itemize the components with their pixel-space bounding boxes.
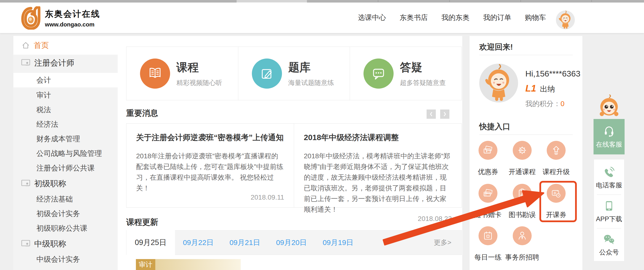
news-item-body: 2018年注册会计师逆袭班“密卷模考”直播课程的配套试卷已陆续上传，您可在“题库… [136, 151, 284, 193]
upgrade-icon [547, 141, 566, 160]
online-service-label: 在线客服 [596, 140, 622, 149]
feature-card-question-bank[interactable]: 题库 海量试题随意练 [238, 47, 350, 100]
user-avatar[interactable] [556, 11, 575, 29]
edit-icon [252, 59, 282, 89]
wechat-account-label: 公众号 [599, 248, 619, 257]
feature-subtitle: 超多答疑随意查 [400, 78, 446, 87]
sidebar-item-accounting[interactable]: 会计 [13, 73, 118, 87]
feature-title: 题库 [288, 60, 334, 75]
subject-badge: 审计 [136, 259, 155, 270]
main-content: 首页 注册会计师 会计 审计 税法 经济法 财务成本管理 公司战略与风险管理 注… [13, 36, 462, 270]
quick-entry-coupon[interactable]: ¥ 优惠券 [471, 141, 505, 176]
quick-entry-book-errata[interactable]: 图书勘误 [505, 184, 539, 219]
home-icon [21, 41, 30, 50]
sidebar-item-economic-law[interactable]: 经济法 [13, 117, 118, 132]
quick-entry-activate-course[interactable]: 开通课程 [505, 141, 539, 176]
points-label: 我的积分： [525, 100, 560, 108]
points-value[interactable]: 0 [560, 100, 564, 108]
sidebar-section-cpa[interactable]: 注册会计师 [13, 55, 118, 71]
sidebar-item-financial-cost-mgmt[interactable]: 财务成本管理 [13, 132, 118, 146]
sidebar-item-strategy-risk[interactable]: 公司战略与风险管理 [13, 146, 118, 161]
feature-title: 课程 [176, 60, 222, 75]
news-item-body: 2018年中级经济法，模考精讲班中的主讲老师“郑晓博”由于老师近期身体不适，为了… [304, 151, 452, 215]
logo-title: 东奥会计在线 [45, 8, 100, 20]
sidebar-section-intermediate[interactable]: 中级职称 [13, 235, 118, 252]
news-item-date: 2018.08.23 [418, 215, 452, 223]
quick-entry-course-voucher[interactable]: 券 开课券 [539, 184, 573, 219]
calendar-icon [478, 226, 498, 245]
sidebar-item-econ-law-basics[interactable]: 经济法基础 [13, 192, 118, 206]
quick-entry-book-card[interactable]: 随书赠卡 [471, 184, 505, 219]
sidebar-item-audit[interactable]: 审计 [13, 88, 118, 102]
news-item[interactable]: 2018年中级经济法课程调整 2018年中级经济法，模考精讲班中的主讲老师“郑晓… [294, 124, 462, 207]
course-update-bar [155, 259, 241, 270]
phone-service-label: 电话客服 [596, 181, 622, 190]
feature-card-qa[interactable]: 答疑 超多答疑随意查 [350, 47, 462, 100]
teacher-board-icon [21, 239, 31, 249]
sidebar-item-junior-practice[interactable]: 初级会计实务 [13, 206, 118, 221]
sidebar-section-junior[interactable]: 初级职称 [13, 175, 118, 192]
cards-icon [478, 184, 498, 203]
next-arrow-button[interactable] [440, 110, 450, 119]
quick-entry-course-upgrade[interactable]: 课程升级 [539, 141, 573, 176]
top-navigation: 选课中心 东奥书店 我的东奥 我的订单 购物车 [358, 3, 546, 33]
nav-my-orders[interactable]: 我的订单 [483, 13, 511, 23]
browser-active-tab [236, 0, 307, 3]
welcome-title: 欢迎回来! [479, 42, 513, 53]
news-item-title: 关于注册会计师逆袭班“密卷模考”上传通知 [136, 132, 284, 143]
welcome-info: Hi,156****6363 L1 出纳 我的积分：0 [525, 69, 580, 109]
site-header: 东奥会计在线 www.dongao.com 选课中心 东奥书店 我的东奥 我的订… [0, 3, 644, 33]
nav-bookstore[interactable]: 东奥书店 [400, 13, 428, 23]
app-download-label: APP下载 [596, 215, 622, 223]
voucher-icon: 券 [547, 184, 566, 203]
sidebar-item-tax-law[interactable]: 税法 [13, 102, 118, 117]
tab-date-active[interactable]: 09月25日 [126, 230, 175, 255]
wechat-icon [602, 233, 616, 245]
news-item[interactable]: 关于注册会计师逆袭班“密卷模考”上传通知 2018年注册会计师逆袭班“密卷模考”… [126, 124, 294, 207]
nav-my-dongao[interactable]: 我的东奥 [442, 13, 470, 23]
feature-card-courses[interactable]: 课程 精彩视频随心听 [126, 47, 238, 100]
user-role: 出纳 [540, 84, 555, 94]
wechat-account-button[interactable]: 公众号 [599, 233, 619, 257]
mascot-avatar-icon [556, 11, 575, 29]
quick-entry-firm-recruiting[interactable]: 事务所招聘 [505, 226, 539, 262]
news-item-date: 2018.09.11 [251, 193, 284, 201]
course-updates-title: 课程更新 [126, 217, 158, 228]
user-avatar-large[interactable] [479, 64, 518, 102]
headset-icon [602, 125, 616, 137]
news-item-title: 2018年中级经济法课程调整 [304, 132, 452, 143]
tab-date[interactable]: 09月22日 [175, 238, 222, 248]
chevron-left-icon [429, 111, 434, 117]
nav-cart[interactable]: 购物车 [525, 13, 546, 23]
service-panel: 电话客服 APP下载 公众号 [594, 160, 624, 261]
sidebar-item-cpa-public[interactable]: 注册会计师公共课 [13, 161, 118, 175]
sidebar-item-home[interactable]: 首页 [13, 36, 118, 55]
feature-title: 答疑 [400, 60, 446, 75]
nav-course-center[interactable]: 选课中心 [358, 13, 386, 23]
more-link[interactable]: 更多> [434, 238, 462, 247]
feature-subtitle: 海量试题随意练 [288, 78, 334, 87]
prev-arrow-button[interactable] [426, 110, 436, 119]
sidebar-item-intermediate-econ-law[interactable]: 中级经济法 [13, 266, 118, 270]
online-service-button[interactable]: 在线客服 [594, 119, 624, 154]
recruit-icon [513, 226, 532, 245]
date-tabs: 09月25日 09月22日 09月21日 09月20日 09月19日 更多> [126, 230, 462, 255]
app-download-button[interactable]: APP下载 [596, 200, 622, 223]
tab-date[interactable]: 09月21日 [222, 238, 268, 248]
course-update-row: 审计 [126, 259, 241, 270]
chat-icon [364, 59, 394, 89]
book-icon [140, 59, 170, 89]
coupon-icon: ¥ [478, 141, 498, 160]
phone-service-button[interactable]: 电话客服 [596, 166, 622, 190]
tab-date[interactable]: 09月19日 [315, 238, 361, 248]
svg-text:¥: ¥ [486, 150, 488, 153]
quick-entry-daily-practice[interactable]: 每日一练 [471, 226, 505, 262]
tab-date[interactable]: 09月20日 [268, 238, 315, 248]
gear-key-icon [513, 141, 532, 160]
logo-url: www.dongao.com [45, 21, 100, 28]
teacher-board-icon [21, 58, 31, 68]
site-logo[interactable]: 东奥会计在线 www.dongao.com [21, 6, 100, 30]
sidebar-item-intermediate-practice[interactable]: 中级会计实务 [13, 252, 118, 266]
feature-subtitle: 精彩视频随心听 [176, 78, 222, 87]
sidebar-item-junior-public[interactable]: 初级职称公共课 [13, 221, 118, 235]
